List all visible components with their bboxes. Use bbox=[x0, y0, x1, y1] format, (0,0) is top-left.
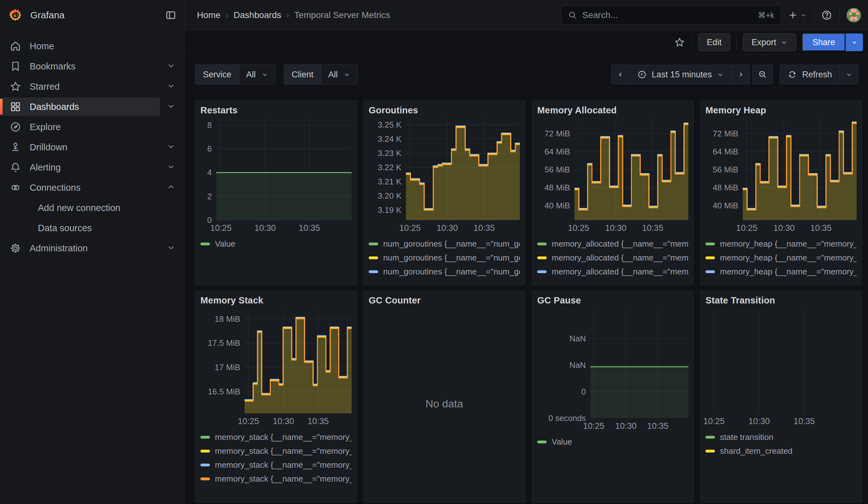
legend-item[interactable]: memory_stack {__name__="memory_stack" bbox=[200, 474, 352, 483]
breadcrumb-separator: › bbox=[226, 10, 228, 20]
avatar[interactable] bbox=[847, 8, 861, 22]
panel-title[interactable]: Goroutines bbox=[369, 105, 520, 119]
client-filter-value[interactable]: All bbox=[321, 65, 357, 84]
panel-title[interactable]: State Transition bbox=[705, 295, 857, 309]
panel-memory-allocated: Memory Allocated72 MiB64 MiB56 MiB48 MiB… bbox=[532, 101, 694, 285]
legend-series-label: Value bbox=[215, 239, 236, 249]
sidebar-item-home[interactable]: Home bbox=[0, 36, 185, 56]
legend-item[interactable]: memory_allocated {__name__="memory_alloc… bbox=[537, 253, 689, 263]
time-range-picker[interactable]: Last 15 minutes bbox=[630, 65, 732, 84]
panel-title[interactable]: Memory Heap bbox=[705, 105, 857, 119]
add-menu-button[interactable] bbox=[788, 10, 807, 20]
legend-item[interactable]: memory_heap {__name__="memory_heap", se bbox=[705, 267, 857, 276]
chart-area[interactable]: 3.25 K3.24 K3.23 K3.22 K3.21 K3.20 K3.19… bbox=[369, 119, 520, 235]
y-axis-label: 17.5 MiB bbox=[200, 338, 240, 348]
legend-item[interactable]: Value bbox=[200, 239, 352, 248]
sidebar-item-drilldown[interactable]: Drilldown bbox=[0, 137, 185, 157]
chart-area[interactable]: NaNNaN00 seconds10:2510:3010:35 bbox=[537, 309, 689, 433]
legend-item[interactable]: memory_heap {__name__="memory_heap", se bbox=[705, 253, 857, 263]
panel-title[interactable]: Restarts bbox=[200, 105, 352, 119]
chart-area[interactable]: 10:2510:3010:35 bbox=[705, 309, 857, 428]
legend-item[interactable]: num_goroutines {__name__="num_goroutines… bbox=[369, 239, 520, 248]
panel-title[interactable]: GC Pause bbox=[537, 295, 689, 309]
divider bbox=[692, 35, 692, 49]
breadcrumb-dashboards[interactable]: Dashboards bbox=[234, 10, 281, 20]
legend-item[interactable]: num_goroutines {__name__="num_goroutines… bbox=[369, 267, 520, 276]
edit-button[interactable]: Edit bbox=[698, 33, 730, 51]
legend-item[interactable]: state transition bbox=[705, 432, 857, 442]
legend-series-marker bbox=[369, 243, 378, 245]
share-button[interactable]: Share bbox=[802, 33, 845, 51]
filter-row: Service All Client All bbox=[185, 64, 868, 85]
y-axis-label: 16.5 MiB bbox=[200, 387, 240, 397]
search-input[interactable] bbox=[582, 10, 753, 21]
favorite-star-icon[interactable] bbox=[674, 37, 685, 48]
sidebar-item-connections[interactable]: Connections bbox=[0, 177, 185, 198]
legend-series-marker bbox=[705, 436, 715, 439]
search-box[interactable]: ⌘+k bbox=[561, 6, 781, 25]
search-icon bbox=[568, 10, 577, 20]
sidebar-item-explore[interactable]: Explore bbox=[0, 117, 185, 137]
legend-item[interactable]: memory_heap {__name__="memory_heap", se bbox=[705, 239, 857, 248]
legend-item[interactable]: shard_item_created bbox=[705, 446, 857, 456]
x-axis-label: 10:35 bbox=[296, 416, 340, 426]
sidebar-item-bookmarks[interactable]: Bookmarks bbox=[0, 56, 185, 76]
legend-item[interactable]: memory_stack {__name__="memory_stack" bbox=[200, 460, 352, 470]
sidebar-item-add-new-connection[interactable]: Add new connection bbox=[0, 198, 185, 218]
y-axis-label: 17 MiB bbox=[200, 362, 240, 372]
sidebar-item-administration[interactable]: Administration bbox=[0, 238, 185, 258]
chart-area[interactable]: 8642010:2510:3010:35 bbox=[200, 119, 352, 235]
sidebar-item-highlight bbox=[2, 118, 160, 136]
share-dropdown-button[interactable] bbox=[845, 33, 863, 51]
compass-icon bbox=[9, 121, 21, 133]
chart-area[interactable]: 72 MiB64 MiB56 MiB48 MiB40 MiB10:2510:30… bbox=[537, 119, 689, 235]
legend-item[interactable]: memory_allocated {__name__="memory_alloc… bbox=[537, 267, 689, 276]
legend-item[interactable]: num_goroutines {__name__="num_goroutines… bbox=[369, 253, 520, 263]
grafana-logo[interactable] bbox=[8, 8, 23, 22]
panel-title[interactable]: Memory Stack bbox=[200, 295, 352, 309]
time-shift-back-button[interactable] bbox=[611, 65, 630, 84]
sidebar-toggle-icon[interactable] bbox=[165, 10, 176, 21]
x-axis-label: 10:35 bbox=[631, 223, 675, 233]
help-icon[interactable] bbox=[821, 10, 832, 21]
y-axis-label: 6 bbox=[200, 144, 212, 154]
y-axis-label: 18 MiB bbox=[200, 314, 240, 324]
export-button[interactable]: Export bbox=[743, 33, 796, 51]
x-axis-label: 10:25 bbox=[700, 416, 736, 426]
service-filter-value[interactable]: All bbox=[239, 65, 275, 84]
legend-item[interactable]: memory_stack {__name__="memory_stack" bbox=[200, 432, 352, 442]
chevron-down-icon bbox=[781, 39, 787, 46]
dashboard-content: Edit Export Share Service All bbox=[185, 30, 868, 504]
legend-series-label: memory_allocated {__name__="memory_alloc… bbox=[552, 267, 689, 277]
legend-item[interactable]: memory_stack {__name__="memory_stack" bbox=[200, 446, 352, 456]
sidebar-item-dashboards[interactable]: Dashboards bbox=[0, 96, 185, 117]
legend-item[interactable]: memory_allocated {__name__="memory_alloc… bbox=[537, 239, 689, 248]
chevron-down-icon bbox=[717, 71, 724, 78]
panel-title[interactable]: GC Counter bbox=[369, 295, 520, 309]
panel-title[interactable]: Memory Allocated bbox=[537, 105, 689, 119]
sidebar-item-highlight bbox=[2, 37, 160, 55]
sidebar-item-data-sources[interactable]: Data sources bbox=[0, 218, 185, 238]
legend-series-label: memory_heap {__name__="memory_heap", se bbox=[720, 267, 857, 277]
legend: memory_allocated {__name__="memory_alloc… bbox=[537, 239, 689, 280]
legend-series-marker bbox=[369, 270, 378, 273]
y-axis-label: 3.23 K bbox=[369, 148, 402, 158]
chart-area[interactable]: 72 MiB64 MiB56 MiB48 MiB40 MiB10:2510:30… bbox=[705, 119, 857, 235]
legend-series-marker bbox=[537, 243, 547, 245]
chevron-down-icon bbox=[846, 71, 852, 78]
refresh-interval-button[interactable] bbox=[840, 65, 858, 84]
sidebar-item-alerting[interactable]: Alerting bbox=[0, 157, 185, 177]
refresh-button[interactable]: Refresh bbox=[779, 65, 840, 84]
sidebar-item-starred[interactable]: Starred bbox=[0, 76, 185, 96]
breadcrumb-home[interactable]: Home bbox=[197, 10, 221, 20]
y-axis-label: 64 MiB bbox=[705, 147, 738, 157]
time-shift-forward-button[interactable] bbox=[732, 65, 750, 84]
divider bbox=[814, 8, 814, 22]
zoom-out-button[interactable] bbox=[753, 65, 773, 84]
x-axis-label: 10:30 bbox=[737, 416, 781, 426]
active-accent-bar bbox=[0, 99, 2, 115]
legend: num_goroutines {__name__="num_goroutines… bbox=[369, 239, 520, 280]
legend-item[interactable]: Value bbox=[537, 437, 689, 446]
x-axis-label: 10:35 bbox=[799, 223, 843, 233]
chart-area[interactable]: 18 MiB17.5 MiB17 MiB16.5 MiB10:2510:3010… bbox=[200, 309, 352, 428]
